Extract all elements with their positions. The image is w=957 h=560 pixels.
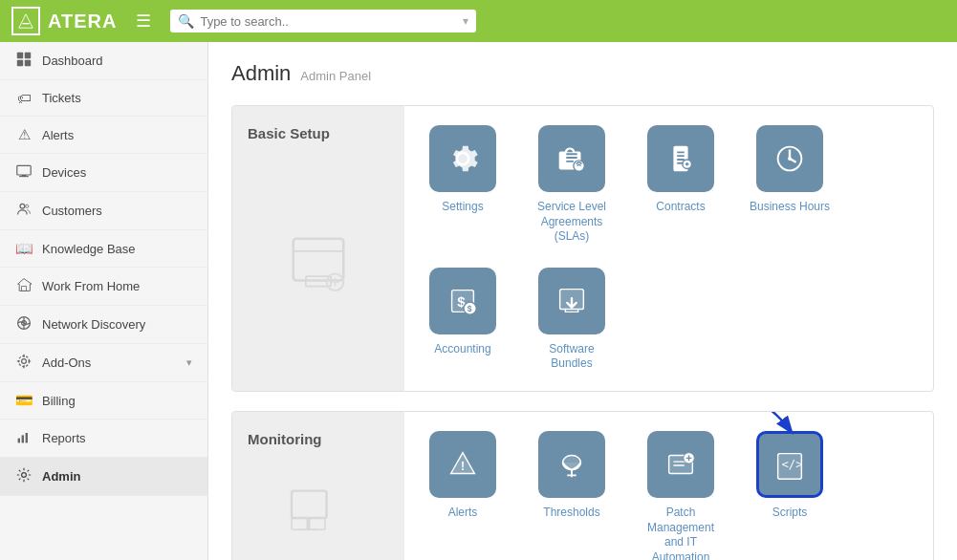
sidebar-item-tickets[interactable]: 🏷 Tickets: [0, 80, 207, 117]
sidebar-item-knowledge-base[interactable]: 📖 Knowledge Base: [0, 230, 207, 268]
page-header: Admin Admin Panel: [231, 61, 934, 86]
sidebar-label-reports: Reports: [42, 431, 192, 445]
sla-label: Service LevelAgreements (SLAs): [529, 200, 615, 245]
sidebar: Dashboard 🏷 Tickets ⚠ Alerts Devices: [0, 42, 208, 560]
add-ons-chevron: ▾: [186, 356, 192, 369]
sidebar-item-work-from-home[interactable]: Work From Home: [0, 268, 207, 306]
customers-icon: [15, 202, 33, 220]
patch-management-icon: [647, 431, 714, 498]
billing-icon: 💳: [15, 392, 33, 409]
basic-setup-label: Basic Setup: [232, 106, 404, 391]
search-bar: 🔍 ▾: [170, 10, 476, 32]
software-bundles-label: SoftwareBundles: [549, 342, 594, 372]
monitoring-items: ! Alerts Thresholds: [404, 412, 933, 560]
page-subtitle: Admin Panel: [300, 69, 371, 83]
svg-point-16: [18, 355, 29, 366]
accounting-item[interactable]: $ $ Accounting: [420, 268, 506, 357]
reports-icon: [15, 429, 33, 447]
arrow-svg: [714, 411, 800, 441]
sidebar-item-customers[interactable]: Customers: [0, 192, 207, 230]
svg-point-15: [22, 359, 27, 364]
svg-rect-4: [17, 60, 23, 66]
sla-icon: [538, 125, 605, 192]
patch-management-label: Patch Managementand IT Automation: [638, 506, 724, 560]
sidebar-label-work-from-home: Work From Home: [42, 279, 192, 293]
alerts-icon: ⚠: [15, 126, 33, 143]
svg-marker-0: [19, 14, 33, 28]
contracts-item[interactable]: Contracts: [638, 125, 724, 215]
svg-point-9: [20, 204, 25, 208]
admin-icon: [15, 467, 33, 485]
svg-text:!: !: [461, 460, 465, 473]
sidebar-item-reports[interactable]: Reports: [0, 420, 207, 458]
main-layout: Dashboard 🏷 Tickets ⚠ Alerts Devices: [0, 42, 957, 560]
svg-rect-41: [292, 518, 307, 529]
sla-item[interactable]: Service LevelAgreements (SLAs): [529, 125, 615, 245]
thresholds-icon: [538, 431, 605, 498]
accounting-icon: $ $: [429, 268, 496, 334]
thresholds-item[interactable]: Thresholds: [529, 431, 615, 521]
settings-item[interactable]: Settings: [420, 125, 506, 215]
thresholds-label: Thresholds: [543, 506, 599, 521]
software-bundles-item[interactable]: SoftwareBundles: [529, 268, 615, 372]
monitoring-section: Monitoring !: [231, 411, 934, 560]
scripts-item[interactable]: </> Scripts: [747, 431, 833, 521]
sidebar-label-admin: Admin: [42, 469, 192, 484]
basic-setup-items: Settings Service LevelAgreements (SLAs): [404, 106, 933, 391]
sidebar-item-dashboard[interactable]: Dashboard: [0, 42, 207, 80]
alerts-monitoring-item[interactable]: ! Alerts: [420, 431, 506, 521]
svg-rect-3: [25, 53, 31, 58]
svg-point-20: [22, 473, 27, 478]
sidebar-label-add-ons: Add-Ons: [42, 355, 177, 370]
sidebar-item-add-ons[interactable]: Add-Ons ▾: [0, 344, 207, 382]
settings-icon: [429, 125, 496, 192]
svg-rect-19: [26, 433, 28, 442]
business-hours-label: Business Hours: [750, 200, 830, 215]
accounting-label: Accounting: [434, 342, 490, 357]
alerts-monitoring-label: Alerts: [448, 506, 478, 521]
logo: ATERA: [11, 7, 117, 35]
svg-rect-40: [292, 490, 327, 517]
svg-point-34: [788, 157, 792, 161]
sidebar-label-devices: Devices: [42, 165, 192, 180]
logo-box: [11, 7, 40, 35]
software-bundles-icon: [538, 268, 605, 334]
sidebar-item-billing[interactable]: 💳 Billing: [0, 382, 207, 420]
alerts-monitoring-icon: !: [429, 431, 496, 498]
sidebar-item-admin[interactable]: Admin: [0, 458, 207, 496]
sidebar-label-billing: Billing: [42, 394, 192, 408]
svg-rect-6: [17, 165, 31, 175]
tickets-icon: 🏷: [15, 90, 33, 106]
patch-management-item[interactable]: Patch Managementand IT Automation: [638, 431, 724, 560]
sidebar-item-devices[interactable]: Devices: [0, 154, 207, 192]
svg-rect-18: [22, 435, 24, 442]
basic-setup-placeholder: [248, 157, 389, 372]
sidebar-label-customers: Customers: [42, 204, 192, 218]
monitoring-label: Monitoring: [232, 412, 404, 560]
dashboard-icon: [15, 52, 33, 70]
page-title: Admin: [231, 61, 291, 86]
sidebar-label-network-discovery: Network Discovery: [42, 317, 192, 332]
sidebar-label-knowledge-base: Knowledge Base: [42, 242, 192, 256]
sidebar-item-network-discovery[interactable]: Network Discovery: [0, 306, 207, 344]
search-icon: 🔍: [178, 13, 194, 29]
svg-rect-2: [17, 53, 23, 58]
sidebar-label-alerts: Alerts: [42, 128, 192, 142]
svg-text:</>: </>: [781, 458, 802, 471]
content-area: Admin Admin Panel Basic Setup: [208, 42, 957, 560]
sidebar-label-tickets: Tickets: [42, 91, 192, 105]
hamburger-button[interactable]: ☰: [128, 7, 159, 35]
svg-rect-17: [18, 439, 20, 443]
business-hours-item[interactable]: Business Hours: [747, 125, 833, 215]
sidebar-item-alerts[interactable]: ⚠ Alerts: [0, 117, 207, 154]
top-nav: ATERA ☰ 🔍 ▾: [0, 0, 957, 42]
add-ons-icon: [15, 354, 33, 372]
knowledge-base-icon: 📖: [15, 240, 33, 257]
logo-text: ATERA: [48, 11, 117, 32]
svg-text:$: $: [468, 304, 472, 313]
search-input[interactable]: [200, 14, 457, 29]
contracts-label: Contracts: [656, 200, 705, 215]
search-dropdown-icon[interactable]: ▾: [463, 14, 468, 28]
work-from-home-icon: [15, 277, 33, 295]
monitoring-placeholder: [248, 463, 389, 560]
